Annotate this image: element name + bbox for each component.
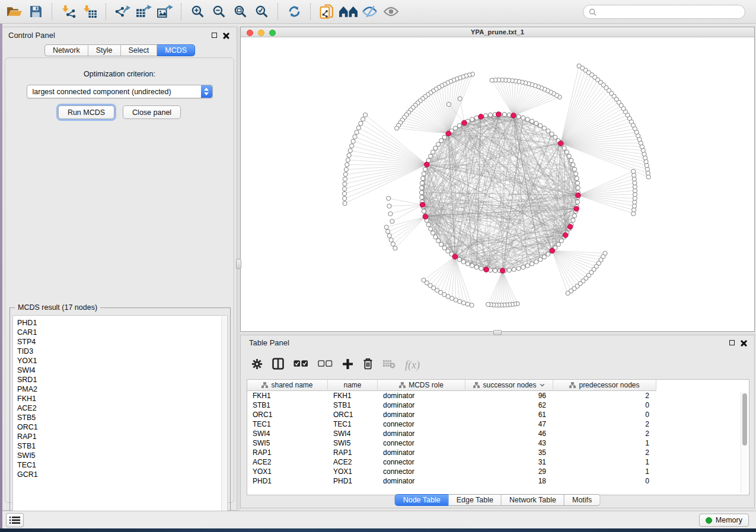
mcds-result-item[interactable]: RAP1 [17, 432, 227, 441]
optimization-criterion-dropdown[interactable]: largest connected component (undirected) [27, 85, 213, 98]
open-file-button[interactable] [4, 2, 25, 21]
table-cell: PHD1 [247, 476, 328, 486]
table-row[interactable]: TEC1TEC1connector472 [247, 419, 749, 429]
tab-node-table[interactable]: Node Table [395, 494, 449, 506]
delete-table-button[interactable] [382, 359, 395, 371]
run-mcds-button[interactable]: Run MCDS [58, 105, 114, 119]
zoom-in-button[interactable] [187, 2, 208, 21]
table-cell: 96 [465, 391, 553, 400]
table-cell: SWI5 [247, 438, 328, 448]
zoom-fit-button[interactable] [229, 2, 251, 21]
mcds-result-item[interactable]: SRD1 [17, 375, 227, 384]
new-network-from-selection-button[interactable] [316, 2, 337, 21]
column-header-shared-name[interactable]: shared name [247, 380, 328, 391]
show-columns-button[interactable] [272, 358, 284, 372]
add-column-button[interactable] [342, 358, 353, 372]
column-header-predecessor-nodes[interactable]: predecessor nodes [553, 380, 656, 391]
task-history-button[interactable] [6, 513, 24, 527]
mcds-result-item[interactable]: STB1 [17, 441, 227, 451]
mcds-result-item[interactable]: SWI4 [17, 366, 227, 375]
float-panel-icon[interactable] [212, 33, 217, 38]
tab-edge-table[interactable]: Edge Table [449, 494, 502, 506]
show-all-button[interactable] [380, 2, 401, 21]
settings-gear-button[interactable] [251, 358, 263, 372]
mcds-result-item[interactable]: STP4 [17, 337, 227, 347]
table-row[interactable]: ACE2ACE2connector311 [247, 457, 749, 467]
float-panel-icon[interactable] [729, 340, 735, 345]
mcds-result-item[interactable]: SWI5 [17, 451, 227, 460]
mcds-result-item[interactable]: CAR1 [17, 328, 227, 337]
close-panel-button[interactable]: Close panel [123, 105, 181, 119]
memory-button[interactable]: Memory [699, 514, 749, 527]
select-all-button[interactable] [294, 360, 308, 370]
mcds-result-item[interactable]: TID3 [17, 347, 227, 356]
import-network-button[interactable] [58, 2, 79, 21]
tab-network-table[interactable]: Network Table [502, 494, 564, 506]
table-cell: dominator [378, 429, 465, 438]
maximize-window-icon[interactable] [269, 30, 276, 36]
table-cell: YOX1 [328, 467, 378, 476]
table-cell: YOX1 [247, 467, 328, 476]
table-row[interactable]: PHD1PHD1dominator180 [247, 476, 749, 486]
network-window-title: YPA_prune.txt_1 [471, 28, 524, 36]
window-traffic-lights [247, 30, 276, 36]
mcds-result-item[interactable]: TEC1 [17, 460, 227, 470]
table-row[interactable]: SWI4SWI4dominator462 [247, 429, 749, 438]
table-row[interactable]: SWI5SWI5connector431 [247, 438, 749, 448]
deselect-all-button[interactable] [318, 360, 333, 370]
table-row[interactable]: YOX1YOX1connector291 [247, 467, 749, 476]
table-row[interactable]: RAP1RAP1dominator352 [247, 448, 749, 457]
table-row[interactable]: ORC1ORC1dominator610 [247, 410, 749, 419]
import-table-button[interactable] [79, 2, 100, 21]
export-image-button[interactable] [154, 2, 176, 21]
column-header-successor-nodes[interactable]: successor nodes [465, 380, 553, 391]
table-scrollbar-thumb[interactable] [742, 393, 747, 446]
table-row[interactable]: STB1STB1dominator620 [247, 400, 749, 410]
search-box[interactable] [583, 5, 745, 19]
tab-network[interactable]: Network [44, 44, 88, 56]
table-cell: ORC1 [328, 410, 378, 419]
table-scrollbar[interactable] [741, 392, 747, 493]
mcds-result-item[interactable]: FKH1 [17, 394, 227, 403]
find-button[interactable] [337, 2, 359, 21]
mcds-result-item[interactable]: ACE2 [17, 403, 227, 413]
tab-motifs[interactable]: Motifs [564, 494, 600, 506]
apply-layout-button[interactable] [283, 2, 305, 21]
table-cell: TEC1 [247, 419, 328, 429]
binoculars-icon [339, 5, 358, 18]
delete-column-button[interactable] [363, 358, 373, 372]
mcds-result-item[interactable]: YOX1 [17, 356, 227, 366]
vertical-splitter-handle[interactable] [236, 259, 241, 269]
export-network-button[interactable] [111, 2, 133, 21]
zoom-selected-button[interactable] [251, 2, 272, 21]
function-builder-button[interactable]: f(x) [405, 359, 420, 371]
mcds-result-item[interactable]: STB5 [17, 413, 227, 422]
mcds-result-item[interactable]: PHD1 [17, 318, 227, 328]
close-window-icon[interactable] [247, 30, 253, 36]
zoom-out-button[interactable] [208, 2, 229, 21]
horizontal-splitter-handle[interactable] [493, 330, 502, 335]
mcds-result-item[interactable]: GCR1 [17, 470, 227, 479]
tab-style[interactable]: Style [88, 44, 121, 56]
mcds-result-list[interactable]: PHD1CAR1STP4TID3YOX1SWI4SRD1PMA2FKH1ACE2… [12, 315, 228, 525]
tab-mcds[interactable]: MCDS [157, 44, 195, 56]
column-header-name[interactable]: name [328, 380, 378, 391]
table-row[interactable]: FKH1FKH1dominator962 [247, 391, 749, 400]
column-header-MCDS-role[interactable]: MCDS role [378, 380, 465, 391]
search-input[interactable] [599, 8, 745, 16]
network-window-titlebar[interactable]: YPA_prune.txt_1 [241, 27, 754, 37]
minimize-window-icon[interactable] [258, 30, 264, 36]
mcds-list-scrollbar[interactable] [221, 316, 227, 524]
close-panel-icon[interactable] [741, 339, 747, 346]
table-cell: 2 [553, 429, 656, 438]
close-panel-icon[interactable] [223, 32, 229, 39]
tab-select[interactable]: Select [121, 44, 158, 56]
mcds-result-item[interactable]: ORC1 [17, 422, 227, 432]
save-session-button[interactable] [25, 2, 46, 21]
table-cell: ACE2 [328, 457, 378, 467]
hide-selected-button[interactable] [359, 2, 380, 21]
network-canvas[interactable] [241, 37, 754, 332]
table-cell: 0 [553, 410, 656, 419]
mcds-result-item[interactable]: PMA2 [17, 384, 227, 394]
export-table-button[interactable] [133, 2, 154, 21]
